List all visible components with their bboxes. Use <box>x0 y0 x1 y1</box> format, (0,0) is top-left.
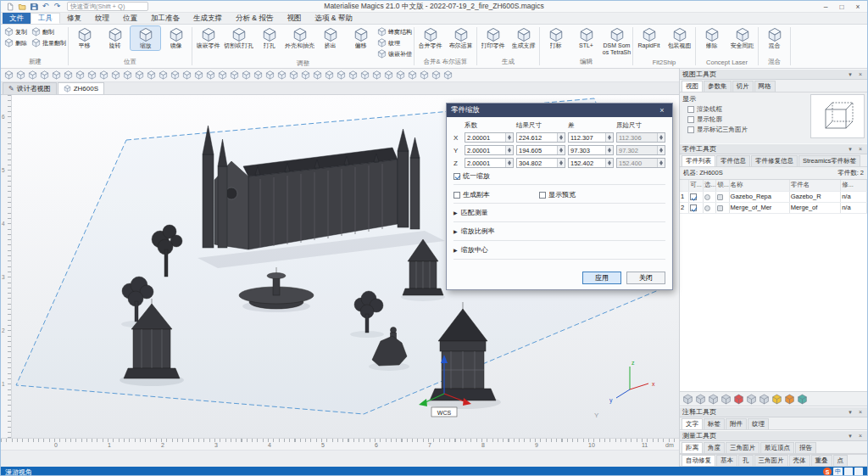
spinner[interactable] <box>657 159 665 167</box>
save-icon[interactable] <box>29 2 38 11</box>
viewport-tool-icon[interactable] <box>420 70 429 80</box>
display-option[interactable]: 显示标记三角面片 <box>682 125 808 135</box>
ribbon-tab[interactable]: 加工准备 <box>144 13 186 24</box>
viewport-tool-icon[interactable] <box>87 70 97 80</box>
close-icon[interactable]: × <box>856 71 865 77</box>
delete-part-icon[interactable] <box>733 394 744 405</box>
parts-column-header[interactable]: 名称 <box>729 180 789 191</box>
repair-tab[interactable]: 孔 <box>738 455 754 466</box>
minimize-button[interactable]: – <box>818 2 833 12</box>
scene-tab[interactable]: ZH600S <box>58 82 104 94</box>
ribbon-button[interactable]: 纹理 <box>376 37 413 48</box>
view-toolpage-header[interactable]: 视图工具页 ▾× <box>680 69 867 80</box>
measure-tab[interactable]: 角度 <box>704 442 725 453</box>
viewport-tool-icon[interactable] <box>135 70 144 80</box>
viewport-tool-icon[interactable] <box>218 70 227 80</box>
add-part-icon[interactable] <box>682 394 693 405</box>
ribbon-button[interactable]: RapidFit <box>634 26 664 50</box>
merge-parts-icon[interactable] <box>721 394 732 405</box>
part-visible-checkbox[interactable] <box>690 193 697 200</box>
ribbon-button[interactable]: 混合 <box>760 26 789 50</box>
annotation-tab[interactable]: 文字 <box>682 418 703 429</box>
ribbon-button[interactable]: 批量翻制 <box>31 37 67 48</box>
ribbon-tab[interactable]: 选项 & 帮助 <box>308 13 359 24</box>
dialog-expander[interactable]: ▶缩放比例率 <box>453 224 665 238</box>
ribbon-button[interactable]: 镶嵌零件 <box>193 26 223 50</box>
parts-tab[interactable]: 零件修复信息 <box>751 155 798 166</box>
part-lock-icon[interactable] <box>717 205 723 211</box>
part-orange-icon[interactable] <box>784 394 795 405</box>
ribbon-tab[interactable]: 文件 <box>3 13 31 24</box>
collapse-icon[interactable]: ▾ <box>846 71 854 78</box>
ribbon-button[interactable]: 切割或打孔 <box>224 26 253 50</box>
ribbon-tab[interactable]: 生成支撑 <box>186 13 229 24</box>
viewport-tool-icon[interactable] <box>182 70 192 80</box>
close-icon[interactable]: × <box>856 409 865 415</box>
zoom-part-icon[interactable] <box>746 394 757 405</box>
close-button[interactable]: 关闭 <box>626 272 665 284</box>
collapse-icon[interactable]: ▾ <box>846 409 854 416</box>
ribbon-button[interactable]: 合并零件 <box>415 26 445 50</box>
display-option[interactable]: 渲染线框 <box>682 104 808 115</box>
ribbon-button[interactable]: 缩放 <box>131 26 160 50</box>
scale-diff-z-field[interactable]: 152.402 <box>568 158 614 168</box>
ribbon-tab[interactable]: 位置 <box>116 13 144 24</box>
viewport-tool-icon[interactable] <box>396 70 405 80</box>
scale-factor-x-field[interactable]: 2.00001 <box>465 132 514 143</box>
spinner[interactable] <box>505 146 513 154</box>
undo-icon[interactable]: ↶ <box>41 2 50 11</box>
apply-button[interactable]: 应用 <box>582 272 621 284</box>
annotation-tab[interactable]: 附件 <box>726 418 747 429</box>
orientation-cube[interactable] <box>810 94 865 138</box>
parts-tab[interactable]: Streamics零件标签 <box>798 155 860 166</box>
repair-tab[interactable]: 重叠 <box>811 455 832 466</box>
repair-tab[interactable]: 基本 <box>716 455 737 466</box>
measure-tab[interactable]: 报告 <box>795 442 816 453</box>
viewport-tool-icon[interactable] <box>64 70 73 80</box>
ribbon-button[interactable]: DSM Somos TetraShell <box>602 26 632 57</box>
part-select-icon[interactable] <box>704 194 710 200</box>
ribbon-tab[interactable]: 修复 <box>60 13 88 24</box>
spinner[interactable] <box>505 133 513 142</box>
spinner[interactable] <box>505 159 513 167</box>
ribbon-button[interactable]: 安全间距 <box>727 26 757 50</box>
ribbon-button[interactable]: 生成支撑 <box>509 26 538 50</box>
load-part-icon[interactable] <box>708 394 719 405</box>
part-visible-checkbox[interactable] <box>690 204 697 211</box>
close-icon[interactable]: × <box>856 433 865 439</box>
annotation-tab[interactable]: 标签 <box>704 418 725 429</box>
annotation-toolpage-header[interactable]: 注释工具页 ▾× <box>680 406 867 417</box>
measure-toolpage-header[interactable]: 测量工具页 ▾× <box>680 430 867 441</box>
ribbon-button[interactable]: 翻制 <box>31 26 67 37</box>
measure-tab[interactable]: 最近顶点 <box>760 442 794 453</box>
parts-column-header[interactable]: 零件名 <box>789 180 840 191</box>
viewport-tool-icon[interactable] <box>384 70 393 80</box>
dialog-close-icon[interactable]: × <box>656 106 668 115</box>
scale-diff-x-field[interactable]: 112.307 <box>568 132 614 143</box>
measure-tab[interactable]: 距离 <box>682 442 703 453</box>
uniform-scale-checkbox[interactable] <box>453 173 460 180</box>
repair-tab[interactable]: 自动修复 <box>682 455 715 466</box>
viewport-tool-icon[interactable] <box>123 70 132 80</box>
repair-tab[interactable]: 壳体 <box>789 455 810 466</box>
ribbon-button[interactable]: 旋转 <box>100 26 130 50</box>
ribbon-button[interactable]: 镜像 <box>161 26 191 50</box>
annotation-tab[interactable]: 纹理 <box>748 418 769 429</box>
viewport-tool-icon[interactable] <box>277 70 287 80</box>
viewport-tool-icon[interactable] <box>253 70 263 80</box>
ribbon-tab[interactable]: 分析 & 报告 <box>229 13 280 24</box>
viewport-tool-icon[interactable] <box>159 70 168 80</box>
ribbon-button[interactable]: 外壳和抽壳 <box>285 26 314 50</box>
scale-result-z-field[interactable]: 304.802 <box>516 158 565 168</box>
ribbon-tab[interactable]: 视图 <box>280 13 308 24</box>
spinner[interactable] <box>605 133 613 142</box>
repair-tab[interactable]: 点 <box>833 455 849 466</box>
scale-result-x-field[interactable]: 224.612 <box>516 132 565 143</box>
scale-diff-y-field[interactable]: 97.303 <box>568 145 614 155</box>
ribbon-button[interactable]: STL+ <box>571 26 601 50</box>
ribbon-button[interactable]: 布尔运算 <box>446 26 476 50</box>
ime-lang-badge[interactable]: 中 <box>833 468 843 476</box>
viewport-tool-icon[interactable] <box>372 70 381 80</box>
ribbon-button[interactable]: 复制 <box>3 26 28 37</box>
maximize-button[interactable]: □ <box>834 2 849 12</box>
